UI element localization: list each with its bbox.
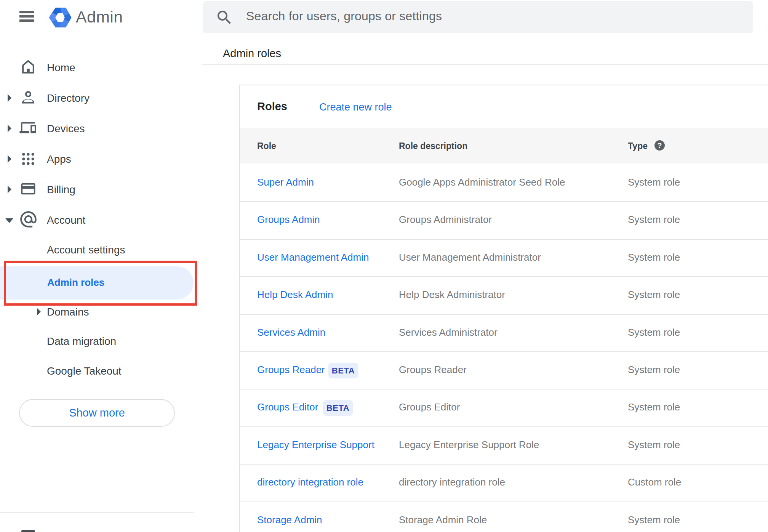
svg-text:?: ? <box>658 141 662 149</box>
